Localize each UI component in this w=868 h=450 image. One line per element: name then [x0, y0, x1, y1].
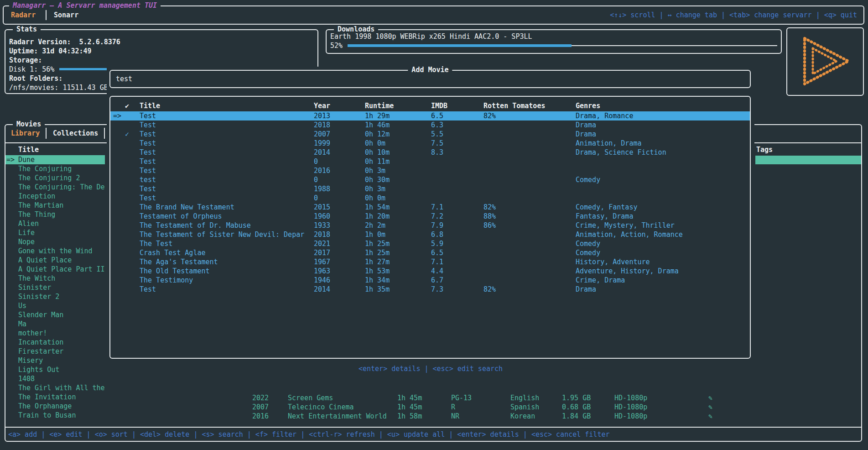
library-movie-row[interactable]: Incantation [5, 338, 105, 347]
add-movie-modal-title: Add Movie [408, 65, 452, 74]
library-movie-row[interactable]: Us [5, 301, 105, 310]
disk-usage: Disk 1: 56% [9, 65, 54, 74]
result-row[interactable]: Crash Test Aglae 2017 1h 25m 6.5 Comedy [110, 248, 750, 257]
result-genres: Crime, Drama [576, 276, 625, 285]
library-movie-row[interactable]: Lights Out [5, 365, 105, 374]
movie-year: 2022 [252, 393, 269, 403]
result-row[interactable]: Test 1999 0h 0m 7.5 Animation, Drama [110, 139, 750, 148]
result-row[interactable]: Test 2016 0h 3m [110, 166, 750, 175]
library-movie-row[interactable]: The Witch [5, 274, 105, 283]
movie-title: Life [18, 229, 35, 237]
tab-library[interactable]: Library [11, 129, 40, 138]
library-movie-row[interactable]: The Thing [5, 210, 105, 219]
library-table-row[interactable]: 2007 Telecinco Cinema 1h 45m R Spanish 0… [5, 403, 861, 412]
result-runtime: 2h 2m [365, 221, 385, 230]
pencil-icon: ✎ [708, 393, 712, 403]
movie-quality: HD-1080p [614, 393, 647, 403]
result-title: The Testimony [140, 276, 193, 285]
result-row[interactable]: Test 2018 1h 46m 6.3 Drama [110, 120, 750, 130]
result-row[interactable]: => Test 2013 1h 29m 6.5 82% Drama, Roman… [110, 111, 750, 120]
library-movie-row[interactable]: => Dune [5, 155, 105, 164]
result-row[interactable]: The Testament of Sister New Devil: Depar… [110, 230, 750, 239]
result-row[interactable]: The Brand New Testament 2015 1h 54m 7.1 … [110, 203, 750, 212]
library-movie-row[interactable]: Sinister 2 [5, 292, 105, 301]
library-movie-row[interactable]: The Conjuring: The De [5, 183, 105, 192]
movie-language: English [510, 393, 539, 403]
result-year: 2021 [314, 239, 330, 248]
result-runtime: 1h 29m [365, 111, 390, 120]
result-runtime: 0h 12m [365, 130, 390, 139]
result-year: 2016 [314, 166, 330, 175]
movie-search-input[interactable]: Add Movie test [109, 70, 751, 88]
library-movie-row[interactable]: Gone with the Wind [5, 246, 105, 256]
result-title: Test [140, 194, 156, 203]
result-title: Test [140, 184, 156, 194]
library-movie-row[interactable]: Firestarter [5, 347, 105, 356]
library-movie-row[interactable]: Inception [5, 192, 105, 201]
result-runtime: 0h 10m [365, 148, 390, 157]
result-genres: Drama [576, 130, 596, 139]
result-year: 2014 [314, 285, 330, 294]
result-imdb: 7.3 [431, 285, 443, 294]
library-movie-row[interactable]: The Girl with All the [5, 383, 105, 392]
download-item-title: Earth 1998 1080p WEBRip x265 Hindi AAC2.… [330, 32, 532, 41]
library-movie-row[interactable]: Life [5, 228, 105, 237]
result-row[interactable]: Test 0 0h 0m [110, 194, 750, 203]
movie-runtime: 1h 58m [397, 412, 422, 421]
collections-tab-separator [104, 128, 105, 139]
imdb-column-header: IMDB [431, 101, 447, 110]
result-row[interactable]: Test 1988 0h 3m [110, 184, 750, 194]
library-movie-row[interactable]: Nope [5, 237, 105, 246]
result-row[interactable]: Test 2014 1h 35m 7.3 82% Drama [110, 285, 750, 294]
download-percent-label: 52% [330, 41, 343, 50]
tab-collections[interactable]: Collections [53, 129, 98, 138]
movie-year: 2016 [252, 412, 269, 421]
result-row[interactable]: ✓ Test 2007 0h 12m 5.5 Drama [110, 130, 750, 139]
result-row[interactable]: The Old Testament 1963 1h 53m 4.4 Advent… [110, 267, 750, 276]
movie-quality: HD-1080p [614, 412, 647, 421]
library-movie-row[interactable]: mother! [5, 329, 105, 338]
tab-radarr[interactable]: Radarr [11, 10, 36, 20]
result-row[interactable]: test 0 0h 30m Comedy [110, 175, 750, 184]
library-title-header: Title [18, 145, 39, 154]
library-movie-row[interactable]: A Quiet Place Part II [5, 265, 105, 274]
library-movie-row[interactable]: The Martian [5, 201, 105, 210]
check-column-header: ✔ [125, 101, 129, 110]
selection-arrow: => [6, 155, 18, 164]
result-year: 1967 [314, 257, 330, 267]
library-movie-row[interactable]: The Conjuring [5, 164, 105, 173]
year-column-header: Year [314, 101, 330, 110]
result-runtime: 1h 25m [365, 248, 390, 257]
result-row[interactable]: The Test 2021 1h 25m 5.9 Comedy [110, 239, 750, 248]
movie-title: Dune [18, 156, 35, 164]
downloads-panel: Downloads Earth 1998 1080p WEBRip x265 H… [326, 29, 782, 54]
result-row[interactable]: Test 0 0h 11m [110, 157, 750, 166]
result-row[interactable]: The Testament of Dr. Mabuse 1933 2h 2m 7… [110, 221, 750, 230]
library-movie-row[interactable]: Sinister [5, 283, 105, 292]
movie-title: The Conjuring 2 [18, 174, 80, 182]
result-year: 1999 [314, 139, 330, 148]
library-movie-row[interactable]: Alien [5, 219, 105, 228]
selection-arrow: => [113, 111, 121, 120]
movie-title: Ma [18, 320, 26, 328]
library-movie-row[interactable]: Misery [5, 356, 105, 365]
result-year: 1988 [314, 184, 330, 194]
library-keybind-bar: <a> add | <e> edit | <o> sort | <del> de… [8, 430, 610, 439]
library-movie-row[interactable]: 1408 [5, 374, 105, 383]
result-row[interactable]: Testament of Orpheus 1960 1h 20m 7.2 88%… [110, 212, 750, 221]
movie-size: 1.84 GB [562, 412, 591, 421]
library-movie-row[interactable]: A Quiet Place [5, 256, 105, 265]
library-movie-row[interactable]: The Conjuring 2 [5, 173, 105, 183]
result-imdb: 5.9 [431, 239, 443, 248]
result-row[interactable]: The Aga's Testament 1967 1h 27m 7.1 Hist… [110, 257, 750, 267]
movie-title: Firestarter [18, 347, 63, 356]
result-row[interactable]: Test 2014 0h 10m 8.3 Drama, Science Fict… [110, 148, 750, 157]
download-progress-filled [348, 44, 572, 47]
tab-sonarr[interactable]: Sonarr [54, 10, 78, 20]
library-table-row[interactable]: 2016 Next Entertainment World 1h 58m NR … [5, 412, 861, 421]
result-row[interactable]: The Testimony 1946 1h 34m 6.7 Crime, Dra… [110, 276, 750, 285]
result-genres: Drama [576, 120, 596, 130]
library-movie-row[interactable]: Slender Man [5, 310, 105, 319]
library-movie-row[interactable]: Ma [5, 319, 105, 329]
library-table-row[interactable]: 2022 Screen Gems 1h 45m PG-13 English 1.… [5, 393, 861, 403]
